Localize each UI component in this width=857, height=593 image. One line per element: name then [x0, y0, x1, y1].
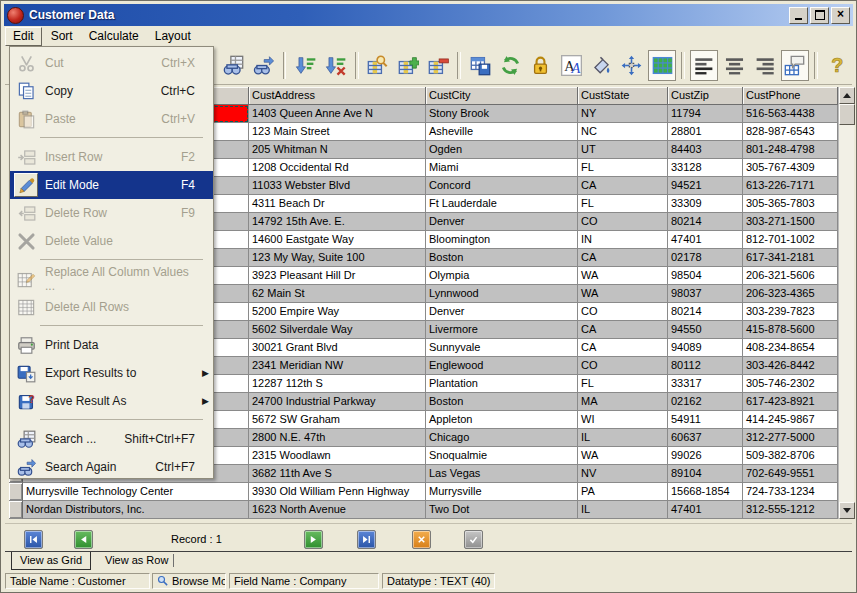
font-button[interactable]: AA	[557, 50, 585, 81]
grid-cell[interactable]: 828-987-6543	[743, 123, 838, 141]
align-left-button[interactable]	[690, 50, 718, 81]
column-header-custaddress[interactable]: CustAddress	[249, 87, 426, 105]
grid-cell[interactable]: 80214	[668, 213, 743, 231]
grid-cell[interactable]: 408-234-8654	[743, 339, 838, 357]
grid-cell[interactable]: 5672 SW Graham	[249, 411, 426, 429]
grid-cell[interactable]: CA	[578, 249, 668, 267]
autofit-button[interactable]	[618, 50, 646, 81]
grid-cell[interactable]: Bloomington	[426, 231, 578, 249]
menu-item-cut[interactable]: CutCtrl+X	[10, 49, 213, 77]
cancel-changes-button[interactable]	[412, 530, 431, 549]
tab-view-as-row[interactable]: View as Row	[97, 552, 176, 569]
previous-record-button[interactable]	[74, 530, 93, 549]
grid-cell[interactable]: 33128	[668, 159, 743, 177]
grid-cell[interactable]: 1208 Occidental Rd	[249, 159, 426, 177]
grid-cell[interactable]: 702-649-9551	[743, 465, 838, 483]
accept-changes-button[interactable]	[464, 530, 483, 549]
help-button[interactable]: ?	[823, 50, 851, 81]
grid-cell[interactable]: 02178	[668, 249, 743, 267]
grid-cell[interactable]: 98037	[668, 285, 743, 303]
grid-cell[interactable]: Chicago	[426, 429, 578, 447]
grid-cell[interactable]: 24700 Industrial Parkway	[249, 393, 426, 411]
menu-sort[interactable]: Sort	[44, 28, 80, 45]
grid-cell[interactable]: CA	[578, 177, 668, 195]
grid-cell[interactable]: 414-245-9867	[743, 411, 838, 429]
menu-item-delete-value[interactable]: Delete Value	[10, 227, 213, 255]
search-data-button[interactable]	[219, 50, 247, 81]
grid-cell[interactable]: Ft Lauderdale	[426, 195, 578, 213]
menu-item-paste[interactable]: PasteCtrl+V	[10, 105, 213, 133]
grid-cell[interactable]: Englewood	[426, 357, 578, 375]
grid-cell[interactable]: 801-248-4798	[743, 141, 838, 159]
grid-cell[interactable]: 613-226-7171	[743, 177, 838, 195]
grid-cell[interactable]: 2341 Meridian NW	[249, 357, 426, 375]
grid-cell[interactable]: NV	[578, 465, 668, 483]
menu-item-copy[interactable]: CopyCtrl+C	[10, 77, 213, 105]
grid-cell[interactable]: IL	[578, 429, 668, 447]
menu-item-insert-row[interactable]: Insert RowF2	[10, 143, 213, 171]
grid-cell[interactable]: 617-341-2181	[743, 249, 838, 267]
menu-item-edit-mode[interactable]: Edit ModeF4	[10, 171, 213, 199]
grid-cell[interactable]: 33317	[668, 375, 743, 393]
cell-comment-button[interactable]	[781, 50, 809, 81]
grid-cell[interactable]: 60637	[668, 429, 743, 447]
grid-cell[interactable]: 5200 Empire Way	[249, 303, 426, 321]
grid-cell[interactable]: 15668-1854	[668, 483, 743, 501]
grid-cell[interactable]: 4311 Beach Dr	[249, 195, 426, 213]
grid-cell[interactable]: Lynnwood	[426, 285, 578, 303]
grid-cell[interactable]: WA	[578, 447, 668, 465]
menu-item-delete-row[interactable]: Delete RowF9	[10, 199, 213, 227]
first-record-button[interactable]	[24, 530, 43, 549]
grid-cell[interactable]: CO	[578, 213, 668, 231]
grid-cell[interactable]: UT	[578, 141, 668, 159]
tab-view-as-grid[interactable]: View as Grid	[11, 552, 91, 570]
grid-cell[interactable]: 12287 112th S	[249, 375, 426, 393]
last-record-button[interactable]	[357, 530, 376, 549]
grid-cell[interactable]: 206-323-4365	[743, 285, 838, 303]
grid-cell[interactable]: 509-382-8706	[743, 447, 838, 465]
grid-cell[interactable]: IL	[578, 501, 668, 519]
refresh-button[interactable]	[497, 50, 525, 81]
grid-cell[interactable]: 94550	[668, 321, 743, 339]
sort-ascending-button[interactable]	[291, 50, 319, 81]
grid-cell[interactable]: MA	[578, 393, 668, 411]
lock-button[interactable]	[527, 50, 555, 81]
grid-cell[interactable]: Asheville	[426, 123, 578, 141]
grid-cell[interactable]: 123 Main Street	[249, 123, 426, 141]
column-header-custphone[interactable]: CustPhone	[743, 87, 838, 105]
grid-cell[interactable]: 303-426-8442	[743, 357, 838, 375]
grid-cell[interactable]: 3682 11th Ave S	[249, 465, 426, 483]
search-again-button[interactable]	[249, 50, 277, 81]
menu-item-replace-all-column-values[interactable]: Replace All Column Values ...	[10, 265, 213, 293]
grid-cell[interactable]: 2800 N.E. 47th	[249, 429, 426, 447]
grid-cell[interactable]: 30021 Grant Blvd	[249, 339, 426, 357]
grid-cell[interactable]: FL	[578, 159, 668, 177]
column-header-custstate[interactable]: CustState	[578, 87, 668, 105]
vertical-scrollbar[interactable]	[838, 87, 854, 519]
grid-cell[interactable]: 98504	[668, 267, 743, 285]
grid-cell[interactable]: 14600 Eastgate Way	[249, 231, 426, 249]
grid-cell[interactable]: NC	[578, 123, 668, 141]
grid-cell[interactable]: IN	[578, 231, 668, 249]
grid-cell[interactable]: WI	[578, 411, 668, 429]
grid-cell[interactable]: 305-767-4309	[743, 159, 838, 177]
scrollbar-thumb[interactable]	[839, 104, 855, 125]
align-right-button[interactable]	[751, 50, 779, 81]
menu-item-export-results-to[interactable]: Export Results to▶	[10, 359, 213, 387]
grid-lines-button[interactable]	[648, 50, 676, 81]
grid-cell[interactable]: Snoqualmie	[426, 447, 578, 465]
grid-cell[interactable]: 94521	[668, 177, 743, 195]
grid-cell[interactable]: Ogden	[426, 141, 578, 159]
grid-cell[interactable]: Denver	[426, 213, 578, 231]
menu-edit[interactable]: Edit	[5, 27, 42, 46]
grid-cell[interactable]: FL	[578, 375, 668, 393]
grid-cell[interactable]: 724-733-1234	[743, 483, 838, 501]
grid-cell[interactable]: 11794	[668, 105, 743, 123]
grid-cell[interactable]: WA	[578, 267, 668, 285]
scroll-up-button[interactable]	[839, 87, 855, 104]
clear-sort-button[interactable]	[322, 50, 350, 81]
grid-cell[interactable]: 47401	[668, 231, 743, 249]
add-row-button[interactable]	[394, 50, 422, 81]
grid-cell[interactable]: 02162	[668, 393, 743, 411]
grid-cell[interactable]: 84403	[668, 141, 743, 159]
